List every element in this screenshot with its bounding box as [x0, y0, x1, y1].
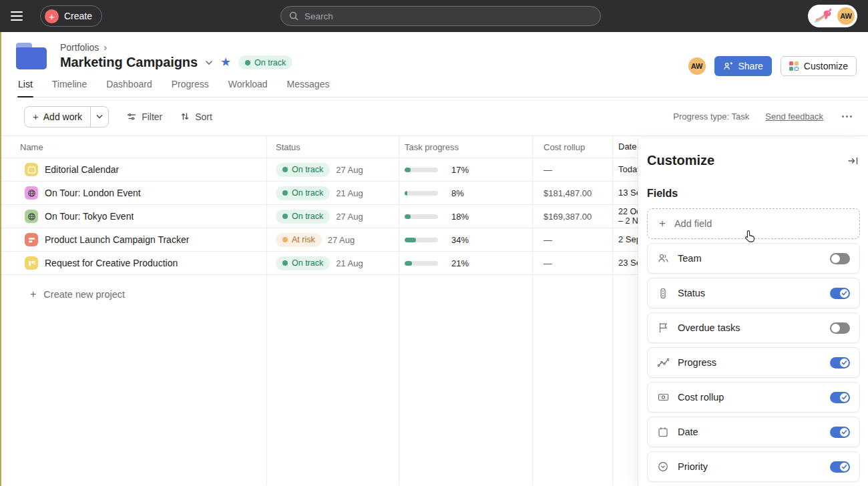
collapse-panel-icon[interactable] — [846, 154, 860, 168]
global-search[interactable] — [280, 6, 601, 26]
tab-list[interactable]: List — [17, 79, 33, 97]
cost-rollup-cell: $181,487.00 — [532, 188, 612, 198]
field-card-cost-rollup[interactable]: Cost rollup — [647, 382, 860, 413]
project-name-cell[interactable]: Request for Creative Production — [0, 256, 266, 270]
field-label: Team — [678, 253, 701, 264]
field-label: Status — [678, 288, 705, 298]
list-toolbar: + Add work Filter Sort Progress type: Ta… — [0, 97, 868, 136]
filter-label: Filter — [142, 111, 162, 122]
plus-icon: + — [30, 288, 36, 300]
column-header-name[interactable]: Name — [0, 142, 266, 152]
sort-button[interactable]: Sort — [180, 111, 212, 122]
customize-button[interactable]: Customize — [781, 56, 857, 76]
page-header: Portfolios › Marketing Campaigns ★ On tr… — [0, 32, 868, 97]
project-name-cell[interactable]: Editorial Calendar — [0, 163, 266, 176]
project-name[interactable]: Request for Creative Production — [45, 258, 178, 268]
progress-bar — [405, 261, 438, 266]
tab-dashboard[interactable]: Dashboard — [105, 79, 153, 97]
field-label: Overdue tasks — [678, 322, 740, 333]
status-badge[interactable]: On track — [276, 256, 330, 270]
column-header-task-progress[interactable]: Task progress — [399, 142, 532, 152]
tab-messages[interactable]: Messages — [286, 79, 331, 97]
status-cell[interactable]: On track 21 Aug — [266, 186, 399, 200]
progress-bar — [405, 168, 438, 172]
project-name-cell[interactable]: On Tour: London Event — [0, 186, 266, 200]
filter-button[interactable]: Filter — [127, 111, 162, 122]
cost-rollup-toggle[interactable] — [830, 392, 850, 403]
field-card-progress[interactable]: Progress — [647, 347, 860, 378]
add-work-dropdown-chevron-icon[interactable] — [90, 107, 108, 127]
field-card-priority[interactable]: Priority — [647, 451, 860, 482]
more-options-icon[interactable] — [839, 113, 855, 120]
add-work-button[interactable]: + Add work — [24, 106, 109, 128]
share-button[interactable]: Share — [714, 56, 772, 76]
customize-button-label: Customize — [804, 61, 848, 71]
top-bar: + Create AW — [0, 0, 868, 32]
breadcrumb[interactable]: Portfolios › — [60, 41, 107, 53]
plus-icon: + — [659, 217, 666, 230]
tab-timeline[interactable]: Timeline — [51, 79, 87, 97]
column-divider — [399, 136, 399, 485]
cost-rollup-cell: — — [532, 234, 612, 245]
cost-rollup-cell: — — [532, 164, 612, 175]
star-icon[interactable]: ★ — [220, 56, 231, 68]
send-feedback-link[interactable]: Send feedback — [765, 111, 823, 121]
project-name-cell[interactable]: On Tour: Tokyo Event — [0, 210, 266, 223]
create-button[interactable]: + Create — [40, 5, 102, 27]
project-name[interactable]: Product Launch Campaign Tracker — [45, 234, 189, 245]
project-name[interactable]: On Tour: London Event — [45, 188, 141, 198]
search-icon — [289, 11, 298, 21]
hamburger-menu-icon[interactable] — [11, 5, 33, 27]
portfolio-status-badge[interactable]: On track — [238, 55, 292, 69]
cost-rollup-cell: — — [532, 258, 612, 268]
field-card-date[interactable]: Date — [647, 417, 860, 447]
status-cell[interactable]: On track 21 Aug — [266, 256, 399, 270]
progress-percent: 34% — [451, 235, 469, 245]
overdue-tasks-toggle[interactable] — [830, 322, 850, 334]
project-name[interactable]: Editorial Calendar — [45, 164, 119, 175]
status-badge[interactable]: On track — [276, 163, 330, 177]
status-cell[interactable]: On track 27 Aug — [266, 210, 399, 224]
avatar[interactable]: AW — [837, 7, 855, 25]
create-button-label: Create — [64, 11, 92, 21]
tab-progress[interactable]: Progress — [171, 79, 210, 97]
team-toggle[interactable] — [830, 253, 850, 264]
field-label: Cost rollup — [678, 392, 724, 403]
avatar[interactable]: AW — [688, 57, 706, 75]
progress-toggle[interactable] — [830, 357, 850, 369]
breadcrumb-label[interactable]: Portfolios — [60, 42, 99, 53]
column-divider — [612, 136, 613, 485]
field-card-team[interactable]: Team — [647, 243, 860, 274]
status-badge[interactable]: On track — [276, 210, 330, 224]
project-name[interactable]: On Tour: Tokyo Event — [45, 211, 134, 222]
project-name-cell[interactable]: Product Launch Campaign Tracker — [0, 233, 266, 246]
column-header-cost-rollup[interactable]: Cost rollup — [532, 142, 612, 152]
globe-icon — [25, 210, 38, 223]
chevron-down-icon[interactable] — [205, 60, 213, 65]
add-work-main[interactable]: + Add work — [25, 107, 90, 127]
date-toggle[interactable] — [830, 427, 850, 438]
task-progress-cell: 18% — [399, 212, 532, 222]
progress-percent: 8% — [451, 188, 464, 198]
celebration-pill[interactable]: AW — [808, 5, 857, 27]
status-cell[interactable]: On track 27 Aug — [266, 163, 399, 177]
column-header-status[interactable]: Status — [266, 142, 399, 152]
status-badge[interactable]: On track — [276, 186, 330, 200]
add-field-button[interactable]: + Add field — [647, 208, 860, 239]
field-card-overdue-tasks[interactable]: Overdue tasks — [647, 312, 860, 343]
fields-section-label: Fields — [647, 188, 860, 200]
tab-workload[interactable]: Workload — [228, 79, 268, 97]
plus-icon: + — [33, 111, 39, 122]
left-edge-artifact — [0, 32, 1, 486]
unicorn-icon — [814, 7, 834, 25]
sort-label: Sort — [195, 111, 212, 122]
status-cell[interactable]: At risk 27 Aug — [266, 233, 399, 247]
search-input[interactable] — [304, 11, 592, 21]
create-new-project-button[interactable]: + Create new project — [0, 275, 125, 300]
status-toggle[interactable] — [830, 288, 850, 299]
status-badge[interactable]: At risk — [276, 233, 322, 247]
priority-toggle[interactable] — [830, 461, 850, 473]
field-card-status[interactable]: Status — [647, 278, 860, 308]
field-label: Priority — [678, 461, 708, 472]
status-badge-label: On track — [254, 58, 286, 67]
